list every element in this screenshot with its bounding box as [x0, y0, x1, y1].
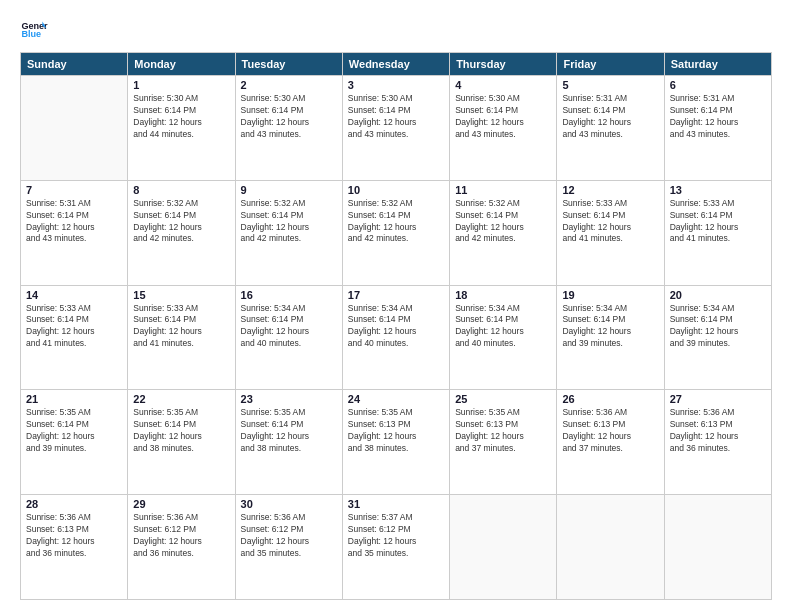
day-cell: 23Sunrise: 5:35 AM Sunset: 6:14 PM Dayli…: [235, 390, 342, 495]
day-cell: 7Sunrise: 5:31 AM Sunset: 6:14 PM Daylig…: [21, 180, 128, 285]
day-cell: 19Sunrise: 5:34 AM Sunset: 6:14 PM Dayli…: [557, 285, 664, 390]
day-number: 17: [348, 289, 444, 301]
day-cell: 26Sunrise: 5:36 AM Sunset: 6:13 PM Dayli…: [557, 390, 664, 495]
day-info: Sunrise: 5:33 AM Sunset: 6:14 PM Dayligh…: [133, 303, 229, 351]
day-number: 13: [670, 184, 766, 196]
day-info: Sunrise: 5:31 AM Sunset: 6:14 PM Dayligh…: [26, 198, 122, 246]
day-number: 28: [26, 498, 122, 510]
day-number: 8: [133, 184, 229, 196]
day-info: Sunrise: 5:34 AM Sunset: 6:14 PM Dayligh…: [670, 303, 766, 351]
day-cell: 24Sunrise: 5:35 AM Sunset: 6:13 PM Dayli…: [342, 390, 449, 495]
day-number: 10: [348, 184, 444, 196]
day-number: 4: [455, 79, 551, 91]
day-number: 3: [348, 79, 444, 91]
day-number: 29: [133, 498, 229, 510]
day-number: 21: [26, 393, 122, 405]
svg-text:Blue: Blue: [21, 29, 41, 39]
day-number: 20: [670, 289, 766, 301]
day-info: Sunrise: 5:32 AM Sunset: 6:14 PM Dayligh…: [133, 198, 229, 246]
day-cell: [450, 495, 557, 600]
day-cell: 3Sunrise: 5:30 AM Sunset: 6:14 PM Daylig…: [342, 76, 449, 181]
week-row-3: 14Sunrise: 5:33 AM Sunset: 6:14 PM Dayli…: [21, 285, 772, 390]
day-info: Sunrise: 5:35 AM Sunset: 6:14 PM Dayligh…: [26, 407, 122, 455]
header: General Blue: [20, 16, 772, 44]
day-cell: 10Sunrise: 5:32 AM Sunset: 6:14 PM Dayli…: [342, 180, 449, 285]
day-cell: 8Sunrise: 5:32 AM Sunset: 6:14 PM Daylig…: [128, 180, 235, 285]
day-cell: 20Sunrise: 5:34 AM Sunset: 6:14 PM Dayli…: [664, 285, 771, 390]
day-info: Sunrise: 5:30 AM Sunset: 6:14 PM Dayligh…: [133, 93, 229, 141]
day-number: 25: [455, 393, 551, 405]
day-number: 2: [241, 79, 337, 91]
day-info: Sunrise: 5:37 AM Sunset: 6:12 PM Dayligh…: [348, 512, 444, 560]
weekday-tuesday: Tuesday: [235, 53, 342, 76]
weekday-header-row: SundayMondayTuesdayWednesdayThursdayFrid…: [21, 53, 772, 76]
day-info: Sunrise: 5:34 AM Sunset: 6:14 PM Dayligh…: [348, 303, 444, 351]
day-number: 9: [241, 184, 337, 196]
day-info: Sunrise: 5:34 AM Sunset: 6:14 PM Dayligh…: [241, 303, 337, 351]
calendar-table: SundayMondayTuesdayWednesdayThursdayFrid…: [20, 52, 772, 600]
day-number: 7: [26, 184, 122, 196]
logo: General Blue: [20, 16, 52, 44]
day-info: Sunrise: 5:31 AM Sunset: 6:14 PM Dayligh…: [562, 93, 658, 141]
day-cell: 15Sunrise: 5:33 AM Sunset: 6:14 PM Dayli…: [128, 285, 235, 390]
day-cell: 12Sunrise: 5:33 AM Sunset: 6:14 PM Dayli…: [557, 180, 664, 285]
weekday-wednesday: Wednesday: [342, 53, 449, 76]
week-row-5: 28Sunrise: 5:36 AM Sunset: 6:13 PM Dayli…: [21, 495, 772, 600]
day-number: 11: [455, 184, 551, 196]
day-number: 15: [133, 289, 229, 301]
day-info: Sunrise: 5:33 AM Sunset: 6:14 PM Dayligh…: [26, 303, 122, 351]
day-cell: 14Sunrise: 5:33 AM Sunset: 6:14 PM Dayli…: [21, 285, 128, 390]
day-info: Sunrise: 5:30 AM Sunset: 6:14 PM Dayligh…: [455, 93, 551, 141]
day-number: 26: [562, 393, 658, 405]
day-info: Sunrise: 5:32 AM Sunset: 6:14 PM Dayligh…: [241, 198, 337, 246]
day-cell: 30Sunrise: 5:36 AM Sunset: 6:12 PM Dayli…: [235, 495, 342, 600]
day-number: 5: [562, 79, 658, 91]
weekday-sunday: Sunday: [21, 53, 128, 76]
day-cell: 2Sunrise: 5:30 AM Sunset: 6:14 PM Daylig…: [235, 76, 342, 181]
day-info: Sunrise: 5:33 AM Sunset: 6:14 PM Dayligh…: [670, 198, 766, 246]
day-cell: [664, 495, 771, 600]
day-cell: 21Sunrise: 5:35 AM Sunset: 6:14 PM Dayli…: [21, 390, 128, 495]
day-number: 16: [241, 289, 337, 301]
day-number: 22: [133, 393, 229, 405]
day-info: Sunrise: 5:32 AM Sunset: 6:14 PM Dayligh…: [348, 198, 444, 246]
day-info: Sunrise: 5:34 AM Sunset: 6:14 PM Dayligh…: [562, 303, 658, 351]
day-cell: 17Sunrise: 5:34 AM Sunset: 6:14 PM Dayli…: [342, 285, 449, 390]
week-row-2: 7Sunrise: 5:31 AM Sunset: 6:14 PM Daylig…: [21, 180, 772, 285]
day-info: Sunrise: 5:31 AM Sunset: 6:14 PM Dayligh…: [670, 93, 766, 141]
day-number: 1: [133, 79, 229, 91]
day-number: 12: [562, 184, 658, 196]
day-number: 23: [241, 393, 337, 405]
day-info: Sunrise: 5:36 AM Sunset: 6:13 PM Dayligh…: [26, 512, 122, 560]
day-cell: 13Sunrise: 5:33 AM Sunset: 6:14 PM Dayli…: [664, 180, 771, 285]
day-info: Sunrise: 5:36 AM Sunset: 6:12 PM Dayligh…: [133, 512, 229, 560]
day-info: Sunrise: 5:35 AM Sunset: 6:14 PM Dayligh…: [133, 407, 229, 455]
day-cell: 22Sunrise: 5:35 AM Sunset: 6:14 PM Dayli…: [128, 390, 235, 495]
day-cell: [21, 76, 128, 181]
day-number: 24: [348, 393, 444, 405]
day-info: Sunrise: 5:36 AM Sunset: 6:13 PM Dayligh…: [670, 407, 766, 455]
day-number: 27: [670, 393, 766, 405]
day-cell: 1Sunrise: 5:30 AM Sunset: 6:14 PM Daylig…: [128, 76, 235, 181]
day-cell: 28Sunrise: 5:36 AM Sunset: 6:13 PM Dayli…: [21, 495, 128, 600]
weekday-saturday: Saturday: [664, 53, 771, 76]
day-info: Sunrise: 5:33 AM Sunset: 6:14 PM Dayligh…: [562, 198, 658, 246]
day-number: 19: [562, 289, 658, 301]
day-cell: 4Sunrise: 5:30 AM Sunset: 6:14 PM Daylig…: [450, 76, 557, 181]
week-row-1: 1Sunrise: 5:30 AM Sunset: 6:14 PM Daylig…: [21, 76, 772, 181]
day-info: Sunrise: 5:36 AM Sunset: 6:12 PM Dayligh…: [241, 512, 337, 560]
day-number: 14: [26, 289, 122, 301]
day-cell: 29Sunrise: 5:36 AM Sunset: 6:12 PM Dayli…: [128, 495, 235, 600]
weekday-friday: Friday: [557, 53, 664, 76]
day-info: Sunrise: 5:36 AM Sunset: 6:13 PM Dayligh…: [562, 407, 658, 455]
day-number: 6: [670, 79, 766, 91]
day-cell: 5Sunrise: 5:31 AM Sunset: 6:14 PM Daylig…: [557, 76, 664, 181]
logo-icon: General Blue: [20, 16, 48, 44]
day-cell: 27Sunrise: 5:36 AM Sunset: 6:13 PM Dayli…: [664, 390, 771, 495]
day-number: 30: [241, 498, 337, 510]
weekday-monday: Monday: [128, 53, 235, 76]
day-info: Sunrise: 5:35 AM Sunset: 6:14 PM Dayligh…: [241, 407, 337, 455]
day-cell: 25Sunrise: 5:35 AM Sunset: 6:13 PM Dayli…: [450, 390, 557, 495]
week-row-4: 21Sunrise: 5:35 AM Sunset: 6:14 PM Dayli…: [21, 390, 772, 495]
day-cell: [557, 495, 664, 600]
